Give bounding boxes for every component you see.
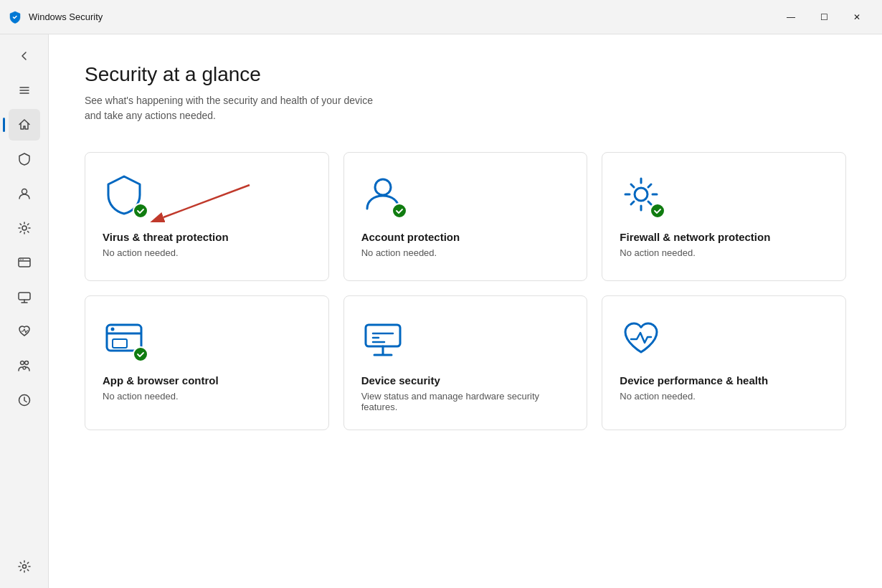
close-button[interactable]: ✕ xyxy=(840,6,873,29)
account-protection-icon-wrap xyxy=(361,173,404,219)
virus-threat-card[interactable]: Virus & threat protection No action need… xyxy=(85,152,329,281)
device-health-status: No action needed. xyxy=(620,391,828,402)
firewall-icon-wrap xyxy=(620,173,663,219)
sidebar-virus-button[interactable] xyxy=(9,143,40,175)
device-security-icon-wrap xyxy=(361,316,404,362)
page-subtitle: See what's happening with the security a… xyxy=(85,93,846,123)
svg-point-3 xyxy=(22,189,27,194)
page-title: Security at a glance xyxy=(85,63,846,86)
account-protection-title: Account protection xyxy=(361,230,570,245)
device-security-icon xyxy=(361,316,404,359)
maximize-button[interactable]: ☐ xyxy=(807,6,840,29)
account-protection-badge xyxy=(392,203,407,219)
sidebar-home-button[interactable] xyxy=(9,109,40,141)
window-controls: — ☐ ✕ xyxy=(774,6,873,29)
main-content: Security at a glance See what's happenin… xyxy=(49,34,882,588)
device-health-icon-wrap xyxy=(620,316,663,362)
title-bar-left: Windows Security xyxy=(9,11,103,24)
virus-threat-icon-wrap xyxy=(103,173,146,219)
device-security-title: Device security xyxy=(361,374,570,388)
sidebar xyxy=(0,34,49,588)
device-health-title: Device performance & health xyxy=(620,374,828,388)
cards-grid: Virus & threat protection No action need… xyxy=(85,152,846,430)
sidebar-settings-button[interactable] xyxy=(9,551,40,582)
firewall-badge xyxy=(650,203,665,219)
svg-point-6 xyxy=(20,259,22,260)
svg-rect-20 xyxy=(113,339,127,348)
app-body: Security at a glance See what's happenin… xyxy=(0,34,882,588)
sidebar-back-button[interactable] xyxy=(9,40,40,72)
virus-threat-status: No action needed. xyxy=(103,247,311,258)
title-bar: Windows Security — ☐ ✕ xyxy=(0,0,882,34)
virus-threat-title: Virus & threat protection xyxy=(103,230,311,245)
svg-point-4 xyxy=(22,226,27,230)
svg-point-19 xyxy=(111,328,115,331)
firewall-card[interactable]: Firewall & network protection No action … xyxy=(602,152,846,281)
app-browser-status: No action needed. xyxy=(103,391,311,402)
sidebar-family-button[interactable] xyxy=(9,350,40,381)
app-browser-card[interactable]: App & browser control No action needed. xyxy=(85,295,329,430)
virus-threat-badge xyxy=(133,203,148,219)
svg-point-16 xyxy=(375,179,391,195)
sidebar-device-security-button[interactable] xyxy=(9,281,40,313)
firewall-status: No action needed. xyxy=(620,247,828,258)
firewall-title: Firewall & network protection xyxy=(620,230,828,245)
app-browser-icon-wrap xyxy=(103,316,146,362)
svg-point-9 xyxy=(20,361,24,365)
svg-point-17 xyxy=(635,188,648,201)
app-browser-badge xyxy=(133,346,148,362)
app-title: Windows Security xyxy=(29,11,103,22)
minimize-button[interactable]: — xyxy=(774,6,807,29)
sidebar-history-button[interactable] xyxy=(9,384,40,416)
app-browser-title: App & browser control xyxy=(103,374,311,388)
health-icon xyxy=(620,316,663,359)
account-protection-status: No action needed. xyxy=(361,247,570,258)
device-security-status: View status and manage hardware security… xyxy=(361,391,570,412)
device-health-card[interactable]: Device performance & health No action ne… xyxy=(602,295,846,430)
svg-point-10 xyxy=(24,361,28,365)
svg-point-13 xyxy=(22,565,26,569)
sidebar-browser-button[interactable] xyxy=(9,247,40,278)
svg-rect-8 xyxy=(19,293,30,300)
svg-point-7 xyxy=(22,259,24,260)
sidebar-firewall-button[interactable] xyxy=(9,212,40,244)
app-icon xyxy=(9,11,22,24)
sidebar-health-button[interactable] xyxy=(9,316,40,347)
account-protection-card[interactable]: Account protection No action needed. xyxy=(343,152,588,281)
svg-point-11 xyxy=(23,366,26,369)
device-security-card[interactable]: Device security View status and manage h… xyxy=(343,295,588,430)
svg-rect-21 xyxy=(366,325,400,346)
sidebar-account-button[interactable] xyxy=(9,178,40,209)
sidebar-menu-button[interactable] xyxy=(9,75,40,106)
